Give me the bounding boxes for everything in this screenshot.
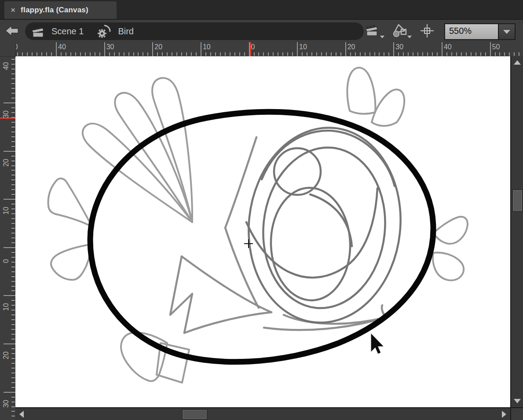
center-frame-icon (420, 23, 435, 38)
zoom-control: 550% (444, 23, 516, 40)
bird-sketch-artwork (15, 56, 510, 407)
breadcrumb-symbol-label: Bird (118, 26, 134, 37)
document-tab-bar: × flappy.fla (Canvas) (0, 0, 523, 19)
ruler-label: 20 (2, 153, 11, 167)
ruler-major-tick (393, 42, 394, 56)
arrow-left-icon (19, 411, 24, 418)
back-button[interactable] (5, 25, 18, 37)
animate-canvas-window: × flappy.fla (Canvas) Scene 1 (0, 0, 523, 420)
ruler-label: 30 (106, 43, 114, 51)
ruler-corner (0, 42, 16, 57)
breadcrumb-scene[interactable]: Scene 1 (30, 24, 91, 39)
ruler-label: 0 (251, 43, 255, 51)
ruler-label: 30 (2, 104, 11, 118)
arrow-up-icon (514, 60, 521, 65)
ruler-label: 10 (2, 297, 11, 311)
edit-symbols-icon (391, 23, 409, 38)
scroll-down-button[interactable] (512, 397, 522, 405)
canvas-stage[interactable] (15, 56, 510, 407)
document-title: flappy.fla (Canvas) (21, 6, 88, 15)
ruler-label: 40 (2, 56, 11, 70)
ruler-major-tick (4, 102, 15, 103)
arrow-down-icon (514, 399, 521, 403)
ruler-label: 40 (58, 43, 66, 51)
edit-bar: Scene 1 Bird (0, 19, 523, 42)
horizontal-ruler: 504030201001020304050 (15, 42, 523, 56)
ruler-label: 0 (2, 249, 11, 263)
ruler-label: 20 (2, 345, 11, 359)
ruler-label: 10 (299, 43, 307, 51)
ruler-label: 30 (2, 394, 11, 408)
ruler-major-tick (4, 392, 15, 393)
crosshair-cursor (244, 239, 253, 248)
edit-symbols-button[interactable] (391, 23, 412, 39)
ruler-major-tick (4, 199, 15, 200)
ruler-label: 50 (492, 43, 500, 51)
breadcrumb-symbol[interactable]: Bird (97, 24, 142, 39)
ruler-major-tick (152, 42, 153, 56)
horizontal-scrollbar[interactable] (15, 407, 510, 420)
ruler-label: 20 (154, 43, 162, 51)
ruler-major-tick (345, 42, 346, 56)
breadcrumb: Scene 1 Bird (25, 22, 364, 40)
vertical-ruler: 403020100102030 (0, 56, 15, 420)
ruler-major-tick (56, 42, 57, 56)
horizontal-scrollbar-thumb[interactable] (183, 410, 207, 419)
ruler-major-tick (442, 42, 443, 56)
vertical-scrollbar-thumb[interactable] (513, 190, 522, 211)
edit-scene-clapperboard-icon (364, 23, 380, 37)
scroll-left-button[interactable] (17, 409, 26, 419)
ruler-major-tick (201, 42, 201, 56)
breadcrumb-scene-label: Scene 1 (51, 26, 84, 37)
ruler-label: 40 (444, 43, 452, 51)
edit-scene-button[interactable] (364, 23, 384, 39)
vertical-scrollbar[interactable] (510, 56, 523, 407)
ruler-label: 10 (203, 43, 211, 51)
zoom-dropdown-button[interactable] (498, 24, 515, 39)
arrow-right-icon (502, 411, 506, 418)
oval-outline-shape (90, 112, 433, 362)
ruler-major-tick (104, 42, 105, 56)
ruler-major-tick (4, 295, 15, 296)
center-frame-button[interactable] (420, 23, 436, 39)
clapperboard-icon (30, 24, 45, 39)
ruler-major-tick (249, 42, 250, 56)
chevron-down-icon (503, 30, 510, 34)
scroll-up-button[interactable] (512, 58, 522, 67)
ruler-major-tick (4, 151, 15, 152)
chevron-down-icon (407, 36, 412, 38)
ruler-major-tick (4, 343, 15, 344)
symbol-gear-icon (97, 24, 112, 39)
ruler-major-tick (4, 247, 15, 248)
ruler-major-tick (490, 42, 491, 56)
scroll-right-button[interactable] (500, 409, 508, 419)
document-tab[interactable]: × flappy.fla (Canvas) (4, 1, 117, 19)
ruler-major-tick (297, 42, 298, 56)
ruler-label: 10 (2, 201, 11, 215)
ruler-label: 20 (347, 43, 355, 51)
chevron-down-icon (380, 36, 384, 38)
zoom-level-input[interactable]: 550% (445, 24, 498, 39)
pointer-cursor (370, 332, 385, 354)
scrollbar-corner (510, 407, 523, 420)
close-icon[interactable]: × (11, 6, 15, 14)
ruler-label: 30 (395, 43, 403, 51)
